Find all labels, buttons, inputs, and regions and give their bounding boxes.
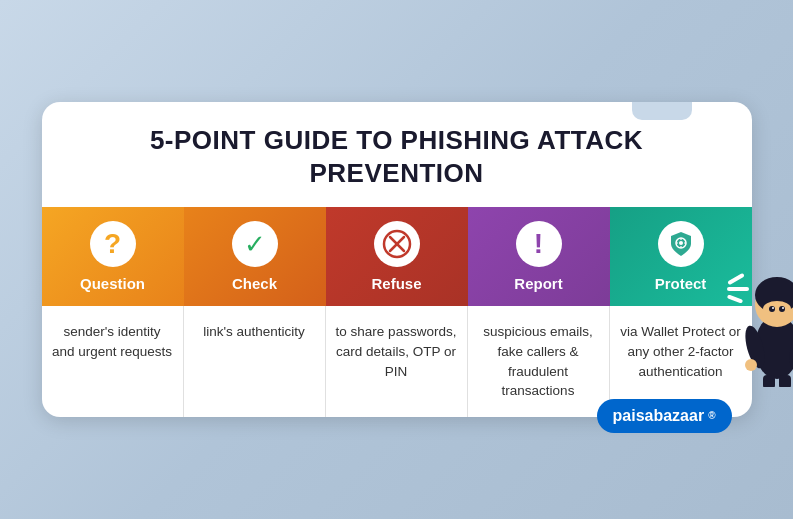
brand-suffix: ®: [708, 410, 715, 421]
svg-point-15: [772, 307, 774, 309]
col-report: ! Report suspicious emails, fake callers…: [468, 207, 610, 416]
col-refuse: Refuse to share passwords, card details,…: [326, 207, 468, 416]
sparkle-lines: [727, 277, 749, 301]
main-card: 5-POINT GUIDE TO PHISHING ATTACK PREVENT…: [42, 102, 752, 416]
page-title: 5-POINT GUIDE TO PHISHING ATTACK PREVENT…: [72, 124, 722, 189]
col-protect: Protect via Wallet Protect or any other …: [610, 207, 752, 416]
col-question: ? Question sender's identity and urgent …: [42, 207, 184, 416]
col-check-header: ✓ Check: [184, 207, 326, 306]
brand-text: paisabazaar: [613, 407, 705, 425]
col-question-body: sender's identity and urgent requests: [42, 306, 184, 416]
col-protect-label: Protect: [655, 275, 707, 292]
report-icon: !: [516, 221, 562, 267]
col-refuse-label: Refuse: [371, 275, 421, 292]
col-report-header: ! Report: [468, 207, 610, 306]
svg-point-16: [782, 307, 784, 309]
col-check-body: link's authenticity: [184, 306, 326, 416]
branding-badge: paisabazaar®: [597, 399, 732, 433]
col-report-label: Report: [514, 275, 562, 292]
card-notch: [632, 102, 692, 120]
col-report-body: suspicious emails, fake callers & fraudu…: [468, 306, 610, 416]
col-refuse-header: Refuse: [326, 207, 468, 306]
check-icon: ✓: [232, 221, 278, 267]
thief-illustration: [737, 257, 794, 397]
col-check-label: Check: [232, 275, 277, 292]
sparkle-2: [727, 287, 749, 291]
columns-section: ? Question sender's identity and urgent …: [42, 207, 752, 416]
svg-rect-22: [779, 375, 791, 387]
refuse-icon: [374, 221, 420, 267]
col-question-header: ? Question: [42, 207, 184, 306]
col-check: ✓ Check link's authenticity: [184, 207, 326, 416]
question-icon: ?: [90, 221, 136, 267]
svg-point-14: [779, 306, 785, 312]
svg-point-4: [679, 241, 683, 245]
svg-point-12: [763, 301, 791, 317]
svg-point-13: [769, 306, 775, 312]
col-refuse-body: to share passwords, card details, OTP or…: [326, 306, 468, 416]
protect-icon: [658, 221, 704, 267]
svg-rect-21: [763, 375, 775, 387]
col-question-label: Question: [80, 275, 145, 292]
svg-point-19: [745, 359, 757, 371]
